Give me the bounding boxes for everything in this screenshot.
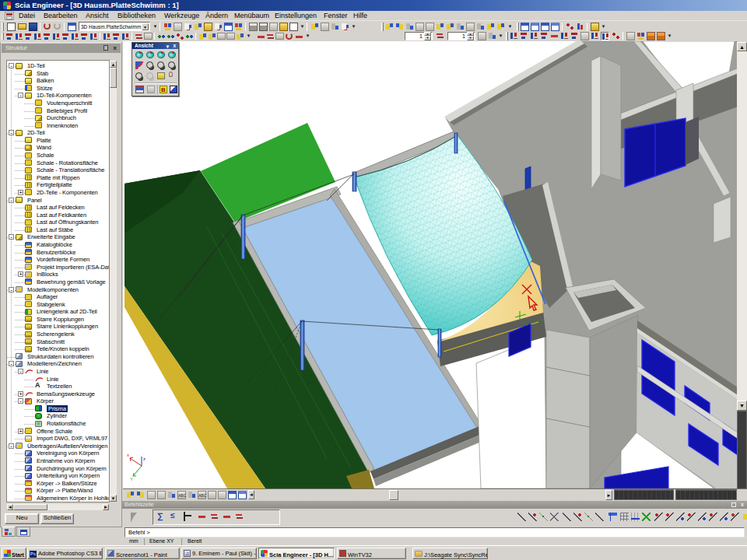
svg-text:x: x xyxy=(127,453,129,457)
svg-text:z: z xyxy=(143,457,146,461)
svg-text:Y: Y xyxy=(130,477,133,481)
